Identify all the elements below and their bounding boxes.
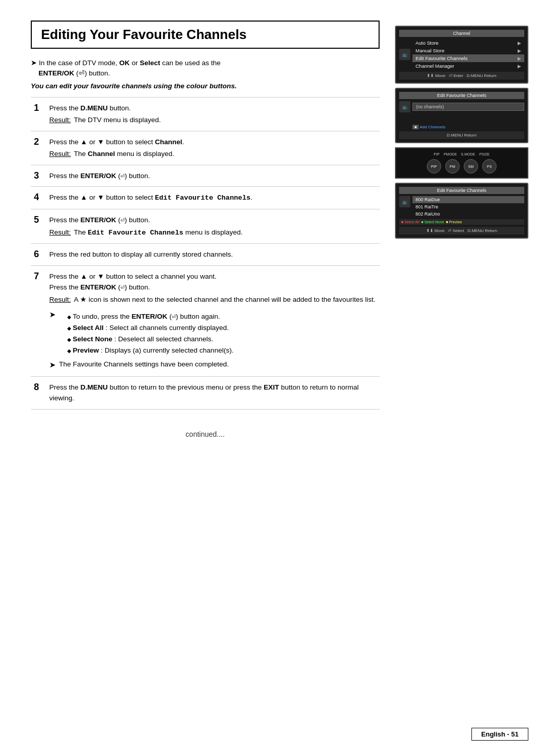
arrow-icon: ➤ — [49, 359, 56, 371]
screen4-bottom: ■ Select All ■ Select None ■ Preview — [399, 219, 524, 225]
list-item: Select All : Select all channels current… — [67, 322, 233, 334]
result-text: The Channel menu is displayed. — [74, 148, 174, 160]
result-text: A ★ icon is shown next to the selected c… — [74, 294, 375, 305]
page: Editing Your Favourite Channels ➤ In the… — [0, 0, 554, 756]
step-number: 5 — [31, 209, 45, 244]
screen2-title: Edit Favourite Channels — [399, 92, 524, 99]
step-content: Press the ENTER/OK (⏎) button. Result: T… — [45, 209, 380, 244]
tv-icon: 📺 — [399, 101, 410, 112]
steps-table: 1 Press the D.MENU button. Result: The D… — [31, 97, 380, 410]
screen3-remote: PIP PMODE S.MODE PSIZE PIP PM SM PS — [395, 147, 528, 179]
step-number: 8 — [31, 376, 45, 409]
preview-btn: ■ Preview — [446, 220, 462, 224]
screen1-title: Channel — [399, 30, 524, 37]
table-row: 8 Press the D.MENU button to return to t… — [31, 376, 380, 409]
arrow-right-icon: ▶ — [518, 56, 521, 61]
sub-list: To undo, press the ENTER/OK (⏎) button a… — [67, 311, 233, 357]
channel-802: 802 RaiUno — [412, 210, 524, 218]
menu-item-manualstore: Manual Store▶ — [412, 47, 524, 54]
result-row: Result: The DTV menu is displayed. — [49, 114, 380, 126]
step-number: 6 — [31, 244, 45, 266]
result-label: Result: — [49, 148, 71, 160]
result-label: Result: — [49, 114, 71, 126]
smode-button[interactable]: SM — [464, 159, 478, 173]
remote-labels-row: PIP PMODE S.MODE PSIZE — [434, 152, 490, 156]
result-label: Result: — [49, 294, 71, 305]
result-row: Result: A ★ icon is shown next to the se… — [49, 294, 380, 305]
result-row: Result: The Channel menu is displayed. — [49, 148, 380, 160]
page-number-box: English - 51 — [471, 728, 528, 741]
pip-label: PIP — [434, 152, 440, 156]
step-number: 2 — [31, 131, 45, 165]
remote-buttons-row: PIP PM SM PS — [427, 159, 497, 173]
arrow-right-icon: ▶ — [518, 64, 521, 69]
footer-note-row: ➤ The Favourite Channels settings have b… — [49, 359, 380, 371]
menu-item-editfav: Edit Favourite Channels▶ — [412, 54, 524, 62]
step-content: Press the red button to display all curr… — [45, 244, 380, 266]
left-column: Editing Your Favourite Channels ➤ In the… — [31, 21, 380, 725]
menu-item-autostore: Auto Store▶ — [412, 39, 524, 47]
screen4: Edit Favourite Channels 📺 800 RaiDue 801… — [395, 183, 528, 239]
psize-button[interactable]: PS — [482, 159, 497, 173]
tv-icon: 📺 — [399, 49, 410, 60]
arrow-icon: ➤ — [49, 308, 56, 321]
sub-items-container: ➤ To undo, press the ENTER/OK (⏎) button… — [49, 308, 380, 371]
step-number: 7 — [31, 265, 45, 376]
result-text: The DTV menu is displayed. — [74, 114, 161, 126]
step-number: 1 — [31, 97, 45, 131]
screen4-status: ⬆⬇ Move ⏎ Select D.MENU Return — [399, 227, 524, 235]
screen1: Channel 📺 Auto Store▶ Manual Store▶ Edit… — [395, 26, 528, 84]
list-item: Preview : Displays (a) currently selecte… — [67, 345, 233, 356]
arrow-right-icon: ▶ — [518, 41, 521, 46]
footer-note: The Favourite Channels settings have bee… — [59, 359, 229, 370]
step-content: Press the ▲ or ▼ button to select Channe… — [45, 131, 380, 165]
table-row: 6 Press the red button to display all cu… — [31, 244, 380, 266]
intro-note: ➤ In the case of DTV mode, OK or Select … — [31, 58, 380, 79]
table-row: 2 Press the ▲ or ▼ button to select Chan… — [31, 131, 380, 165]
no-channels: (no channels) — [412, 103, 524, 111]
table-row: 4 Press the ▲ or ▼ button to select Edit… — [31, 187, 380, 209]
channel-801: 801 RaiTre — [412, 203, 524, 210]
arrow-icon: ➤ — [31, 59, 37, 67]
step-number: 4 — [31, 187, 45, 209]
channel-800: 800 RaiDue — [412, 196, 524, 203]
continued-text: continued.... — [31, 430, 380, 438]
step-content: Press the ▲ or ▼ button to select Edit F… — [45, 187, 380, 209]
step-content: Press the ENTER/OK (⏎) button. — [45, 165, 380, 187]
step-content: Press the ▲ or ▼ button to select a chan… — [45, 265, 380, 376]
arrow-right-icon: ▶ — [518, 48, 521, 53]
screen1-status: ⬆⬇ Move ⏎ Enter D.MENU Return — [399, 72, 524, 80]
screen2-content: 📺 (no channels) ■ Add Channels — [399, 101, 524, 129]
pip-button[interactable]: PIP — [427, 159, 441, 173]
right-column: Channel 📺 Auto Store▶ Manual Store▶ Edit… — [395, 21, 528, 725]
table-row: 5 Press the ENTER/OK (⏎) button. Result:… — [31, 209, 380, 244]
list-item: To undo, press the ENTER/OK (⏎) button a… — [67, 311, 233, 322]
screen1-menu: 📺 Auto Store▶ Manual Store▶ Edit Favouri… — [399, 39, 524, 70]
pmode-button[interactable]: PM — [445, 159, 460, 173]
menu-row: 📺 Auto Store▶ Manual Store▶ Edit Favouri… — [399, 39, 524, 70]
step-content: Press the D.MENU button. Result: The DTV… — [45, 97, 380, 131]
result-label: Result: — [49, 227, 71, 239]
screen4-channels: 800 RaiDue 801 RaiTre 802 RaiUno — [412, 196, 524, 218]
add-channels-label: ■ Add Channels — [412, 125, 524, 129]
step-number: 3 — [31, 165, 45, 187]
step-content: Press the D.MENU button to return to the… — [45, 376, 380, 409]
italic-note: You can edit your favourite channels usi… — [31, 82, 380, 90]
select-all-btn: ■ Select All — [401, 220, 419, 224]
result-text: The Edit Favourite Channels menu is disp… — [74, 227, 243, 239]
list-item: Select None : Deselect all selected chan… — [67, 334, 233, 345]
arrow-note: ➤ To undo, press the ENTER/OK (⏎) button… — [49, 308, 380, 357]
result-row: Result: The Edit Favourite Channels menu… — [49, 227, 380, 239]
spacer — [412, 112, 524, 123]
table-row: 7 Press the ▲ or ▼ button to select a ch… — [31, 265, 380, 376]
screen2-main: (no channels) ■ Add Channels — [412, 101, 524, 129]
table-row: 1 Press the D.MENU button. Result: The D… — [31, 97, 380, 131]
pmode-label: PMODE — [444, 152, 457, 156]
screen2-status: D.MENU Return — [399, 131, 524, 139]
select-none-btn: ■ Select None — [421, 220, 444, 224]
screen4-title: Edit Favourite Channels — [399, 187, 524, 194]
tv-icon: 📺 — [399, 196, 410, 207]
table-row: 3 Press the ENTER/OK (⏎) button. — [31, 165, 380, 187]
menu-items: Auto Store▶ Manual Store▶ Edit Favourite… — [412, 39, 524, 70]
screen4-content: 📺 800 RaiDue 801 RaiTre 802 RaiUno — [399, 196, 524, 218]
